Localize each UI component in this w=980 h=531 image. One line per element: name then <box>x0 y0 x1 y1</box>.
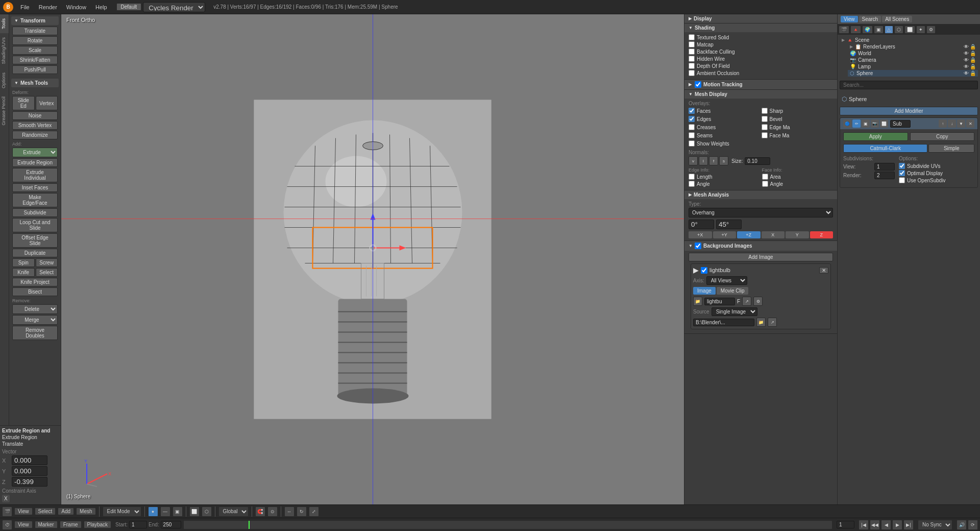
backface-culling-check[interactable] <box>689 49 695 55</box>
translate-btn[interactable]: Translate <box>12 27 58 35</box>
mod-edit-icon[interactable]: ✏ <box>852 119 861 128</box>
menu-window[interactable]: Window <box>62 3 90 11</box>
size-input[interactable] <box>745 157 770 165</box>
spin-btn[interactable]: Spin <box>12 258 35 267</box>
play-btn[interactable]: ▶ <box>892 520 902 530</box>
object-tab[interactable]: ▣ <box>874 26 884 34</box>
tab-shading-uvs[interactable]: Shading/UVs <box>0 33 9 68</box>
faces-check[interactable] <box>689 108 695 114</box>
timeline-view-btn[interactable]: View <box>14 521 33 528</box>
inset-faces-btn[interactable]: Inset Faces <box>12 183 58 192</box>
render-layers-lock[interactable]: 🔒 <box>970 44 976 50</box>
screw-btn[interactable]: Screw <box>36 258 58 267</box>
face-ma-check[interactable] <box>762 132 768 138</box>
tab-search[interactable]: Search <box>859 16 881 22</box>
ambient-occlusion-check[interactable] <box>689 70 695 76</box>
background-images-check[interactable] <box>695 243 701 249</box>
play-back-btn[interactable]: ◀ <box>881 520 891 530</box>
menu-file[interactable]: File <box>16 3 34 11</box>
timeline-bar[interactable] <box>183 520 832 529</box>
select-btn2[interactable]: Select <box>35 508 56 515</box>
timeline-playback-btn[interactable]: Playback <box>84 521 112 528</box>
optimal-display-check[interactable] <box>899 170 905 176</box>
motion-tracking-header[interactable]: ▶ Motion Tracking <box>684 80 837 89</box>
file-path-input[interactable] <box>693 319 754 326</box>
rotate-btn[interactable]: Rotate <box>12 36 58 45</box>
camera-item[interactable]: 📷 Camera 👁 🔒 <box>848 57 978 63</box>
file-path-icon2[interactable]: ↗ <box>768 318 777 327</box>
mod-down-icon[interactable]: ↓ <box>948 119 956 128</box>
remove-doubles-btn[interactable]: Remove Doubles <box>12 326 58 340</box>
edge-select-btn[interactable]: — <box>160 506 170 517</box>
loop-cut-slide-btn[interactable]: Loop Cut and Slide <box>12 218 58 232</box>
file-path-icon1[interactable]: 📁 <box>756 318 766 327</box>
image-tab[interactable]: Image <box>693 287 716 295</box>
creases-check[interactable] <box>689 124 695 130</box>
normals-loop-icon[interactable]: l <box>699 156 708 165</box>
timeline-marker-btn[interactable]: Marker <box>35 521 58 528</box>
apply-btn[interactable]: Apply <box>843 132 908 141</box>
simple-btn[interactable]: Simple <box>928 144 974 153</box>
view-btn[interactable]: View <box>14 508 33 515</box>
subdivide-btn[interactable]: Subdivide <box>12 208 58 217</box>
vertex-select-btn[interactable]: ● <box>148 506 158 517</box>
source-select[interactable]: Single Image <box>712 307 757 316</box>
noise-btn[interactable]: Noise <box>12 111 58 120</box>
duplicate-btn[interactable]: Duplicate <box>12 249 58 257</box>
bg-image-icon3[interactable]: ⚙ <box>753 297 763 306</box>
mesh-btn[interactable]: Mesh <box>76 508 95 515</box>
edges-check[interactable] <box>689 116 695 122</box>
mod-camera-icon[interactable]: 📷 <box>871 119 879 128</box>
matcap-check[interactable] <box>689 41 695 47</box>
mod-up-icon[interactable]: ↑ <box>939 119 947 128</box>
texture-tab[interactable]: ⬜ <box>904 26 915 34</box>
mod-render-icon[interactable]: 🔵 <box>843 119 851 128</box>
mesh-tools-header[interactable]: Mesh Tools <box>11 79 59 87</box>
mesh-analysis-header[interactable]: ▶ Mesh Analysis <box>684 190 837 199</box>
render-tab[interactable]: 🎬 <box>839 26 849 34</box>
bisect-btn[interactable]: Bisect <box>12 287 58 296</box>
transform-header[interactable]: Transform <box>11 16 59 25</box>
slide-ed-btn[interactable]: Slide Ed <box>12 96 35 110</box>
add-btn[interactable]: Add <box>58 508 74 515</box>
tab-view[interactable]: View <box>841 16 858 22</box>
solid-view-btn[interactable]: ⬜ <box>189 506 200 517</box>
bevel-check[interactable] <box>762 116 768 122</box>
bg-image-icon1[interactable]: 📁 <box>693 297 702 306</box>
sphere-lock[interactable]: 🔒 <box>970 70 976 76</box>
knife-btn[interactable]: Knife <box>12 268 35 277</box>
copy-btn[interactable]: Copy <box>910 132 975 141</box>
view-val-input[interactable] <box>874 163 895 171</box>
seams-check[interactable] <box>689 132 695 138</box>
mod-cage-icon[interactable]: ▣ <box>862 119 870 128</box>
search-input[interactable] <box>840 81 978 89</box>
material-tab[interactable]: ⬡ <box>894 26 903 34</box>
lamp-item[interactable]: 💡 Lamp 👁 🔒 <box>848 63 978 70</box>
background-images-header[interactable]: ▼ Background Images <box>684 241 837 251</box>
mode-select[interactable]: Edit Mode <box>103 506 141 517</box>
bg-image-close-btn[interactable]: ✕ <box>819 267 828 274</box>
select-btn[interactable]: Select <box>36 268 58 277</box>
physics-tab[interactable]: ⚙ <box>926 26 936 34</box>
depth-of-field-check[interactable] <box>689 63 695 69</box>
particles-tab[interactable]: ✦ <box>916 26 925 34</box>
viewport[interactable]: Front Ortho <box>61 14 684 504</box>
bg-image-visible-check[interactable] <box>701 267 707 274</box>
data-tab[interactable]: △ <box>885 26 893 34</box>
normals-size-icon[interactable]: s <box>719 156 728 165</box>
movie-clip-tab[interactable]: Movie Clip <box>717 287 749 295</box>
max-val-input[interactable] <box>716 220 742 229</box>
shading-header[interactable]: ▼ Shading <box>684 23 837 32</box>
push-pull-btn[interactable]: Push/Pull <box>12 65 58 74</box>
lamp-eye[interactable]: 👁 <box>964 64 969 69</box>
audio-btn[interactable]: 🔊 <box>957 520 967 530</box>
sharp-check[interactable] <box>762 108 768 114</box>
hidden-wire-check[interactable] <box>689 56 695 62</box>
z-btn[interactable]: Z <box>810 231 834 238</box>
edge-ma-check[interactable] <box>762 124 768 130</box>
y-btn[interactable]: Y <box>786 231 809 238</box>
catmull-clark-btn[interactable]: Catmull-Clark <box>843 144 927 153</box>
z-input[interactable] <box>12 477 47 487</box>
plus-z-btn[interactable]: +Z <box>737 231 761 238</box>
randomize-btn[interactable]: Randomize <box>12 131 58 139</box>
